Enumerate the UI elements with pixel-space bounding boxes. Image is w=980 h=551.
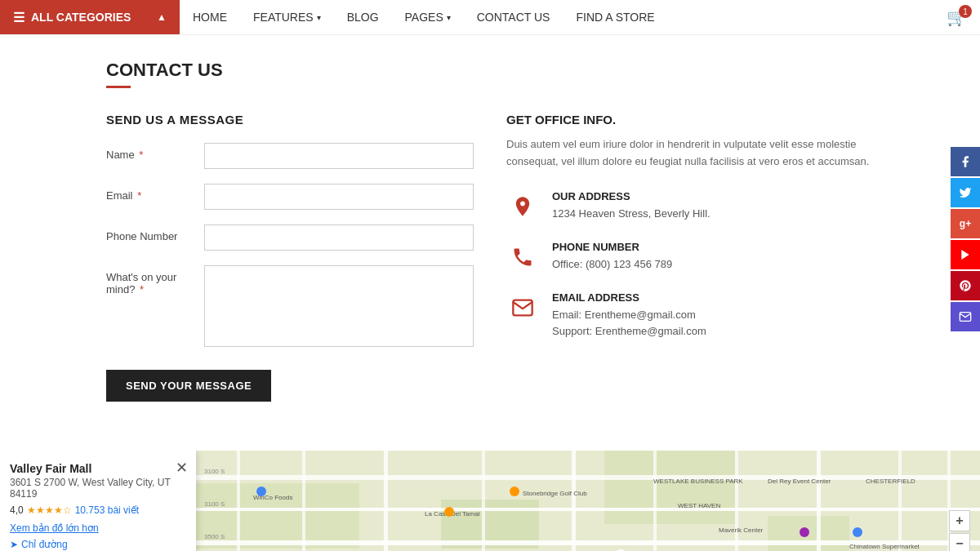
hamburger-icon: ☰ xyxy=(13,10,24,25)
map-panel-title: Valley Fair Mall xyxy=(10,462,186,475)
svg-text:WESTLAKE BUSINESS PARK: WESTLAKE BUSINESS PARK xyxy=(653,478,743,485)
phone-info-item: PHONE NUMBER Office: (800) 123 456 789 xyxy=(506,241,874,273)
page-title: CONTACT US xyxy=(106,60,874,81)
svg-point-40 xyxy=(444,507,454,517)
svg-text:CHESTERFIELD: CHESTERFIELD xyxy=(866,478,915,485)
name-label: Name * xyxy=(106,143,196,161)
navbar: ☰ ALL CATEGORIES ▲ HOME FEATURES ▾ BLOG … xyxy=(0,0,980,35)
address-icon xyxy=(506,190,539,223)
cart-area[interactable]: 🛒 1 xyxy=(933,0,980,34)
twitter-social-button[interactable] xyxy=(951,178,980,207)
svg-rect-12 xyxy=(302,451,305,551)
name-required-star: * xyxy=(139,149,143,161)
cart-badge: 1 xyxy=(959,5,972,18)
address-value: 1234 Heaven Stress, Beverly Hill. xyxy=(552,206,874,223)
googleplus-icon: g+ xyxy=(960,218,971,229)
zoom-out-button[interactable]: − xyxy=(949,533,970,551)
map-placeholder: Valley Fair Mall 3601 S 2700 W, West Val… xyxy=(0,451,980,551)
svg-point-39 xyxy=(256,487,266,496)
map-roads-svg: 3100 S 3100 S 3500 S 3500 S 4000 S Valle… xyxy=(196,451,980,551)
email-required-star: * xyxy=(137,189,141,202)
phone-text: PHONE NUMBER Office: (800) 123 456 789 xyxy=(552,241,874,273)
rating-value: 4,0 xyxy=(10,504,24,516)
svg-text:3500 S: 3500 S xyxy=(204,533,225,540)
svg-rect-19 xyxy=(898,451,902,551)
googleplus-social-button[interactable]: g+ xyxy=(951,209,980,238)
map-panel-close-button[interactable]: ✕ xyxy=(176,459,188,477)
directions-icon: ➤ xyxy=(10,539,18,550)
nav-blog[interactable]: BLOG xyxy=(334,0,392,34)
svg-point-43 xyxy=(800,527,809,537)
svg-rect-17 xyxy=(735,451,738,551)
address-label: OUR ADDRESS xyxy=(552,190,874,202)
svg-text:3100 S: 3100 S xyxy=(204,468,225,475)
map-zoom-controls: + − xyxy=(949,510,970,551)
name-form-group: Name * xyxy=(106,143,474,169)
email-label: Email * xyxy=(106,184,196,202)
svg-text:WEST HAVEN: WEST HAVEN xyxy=(678,502,720,509)
categories-label: ALL CATEGORIES xyxy=(31,11,131,24)
map-section: Valley Fair Mall 3601 S 2700 W, West Val… xyxy=(0,451,980,551)
map-panel-rating: 4,0 ★★★★☆ 10.753 bài viết xyxy=(10,504,186,516)
zoom-in-button[interactable]: + xyxy=(949,510,970,531)
phone-info-value: Office: (800) 123 456 789 xyxy=(552,256,874,273)
pinterest-social-button[interactable] xyxy=(951,271,980,300)
svg-text:Chinatown Supermarket: Chinatown Supermarket xyxy=(849,543,920,550)
svg-marker-0 xyxy=(961,250,969,260)
youtube-social-button[interactable] xyxy=(951,240,980,269)
phone-info-label: PHONE NUMBER xyxy=(552,241,874,253)
svg-text:Del Rey Event Center: Del Rey Event Center xyxy=(768,478,831,485)
message-form-group: What's on your mind? * xyxy=(106,265,474,347)
office-title: GET OFFICE INFO. xyxy=(506,113,874,127)
nav-home[interactable]: HOME xyxy=(180,0,240,34)
svg-rect-6 xyxy=(196,475,980,480)
office-description: Duis autem vel eum iriure dolor in hendr… xyxy=(506,136,874,171)
phone-form-group: Phone Number xyxy=(106,224,474,251)
view-larger-map-link[interactable]: Xem bản đồ lớn hơn xyxy=(10,522,99,534)
social-sidebar: g+ xyxy=(951,147,980,331)
right-col: GET OFFICE INFO. Duis autem vel eum iriu… xyxy=(506,113,874,402)
svg-rect-4 xyxy=(604,451,735,524)
phone-label: Phone Number xyxy=(106,224,196,242)
svg-text:Maverik Center: Maverik Center xyxy=(719,527,764,534)
svg-rect-14 xyxy=(482,451,485,551)
map-canvas[interactable]: 3100 S 3100 S 3500 S 3500 S 4000 S Valle… xyxy=(196,451,980,551)
title-underline xyxy=(106,86,131,88)
email-form-group: Email * xyxy=(106,184,474,210)
nav-contact-us[interactable]: CONTACT US xyxy=(464,0,564,34)
facebook-social-button[interactable] xyxy=(951,147,980,176)
email-text: EMAIL ADDRESS Email: Erentheme@gmail.com… xyxy=(552,291,874,341)
address-info-item: OUR ADDRESS 1234 Heaven Stress, Beverly … xyxy=(506,190,874,223)
left-col: SEND US A MESSAGE Name * Email * Phone N… xyxy=(106,113,474,402)
svg-rect-11 xyxy=(237,451,240,551)
svg-rect-15 xyxy=(572,451,576,551)
nav-features[interactable]: FEATURES ▾ xyxy=(240,0,334,34)
svg-text:3100 S: 3100 S xyxy=(204,500,225,508)
email-info-item: EMAIL ADDRESS Email: Erentheme@gmail.com… xyxy=(506,291,874,341)
review-count[interactable]: 10.753 bài viết xyxy=(75,504,139,516)
features-arrow-icon: ▾ xyxy=(317,13,321,22)
nav-find-store[interactable]: FIND A STORE xyxy=(563,0,667,34)
svg-rect-7 xyxy=(196,508,980,511)
name-input[interactable] xyxy=(204,143,474,169)
message-textarea[interactable] xyxy=(204,265,474,347)
phone-input[interactable] xyxy=(204,224,474,251)
message-required-star: * xyxy=(140,283,144,295)
directions-button[interactable]: ➤ Chỉ đường xyxy=(10,539,68,550)
email-info-value2: Support: Erentheme@gmail.com xyxy=(552,323,874,340)
email-input[interactable] xyxy=(204,184,474,210)
nav-links: HOME FEATURES ▾ BLOG PAGES ▾ CONTACT US … xyxy=(180,0,933,34)
map-panel: Valley Fair Mall 3601 S 2700 W, West Val… xyxy=(0,451,196,551)
svg-rect-18 xyxy=(817,451,821,551)
svg-point-44 xyxy=(853,527,862,537)
email-info-value1: Email: Erentheme@gmail.com xyxy=(552,307,874,324)
nav-pages[interactable]: PAGES ▾ xyxy=(392,0,464,34)
email-social-button[interactable] xyxy=(951,302,980,331)
categories-button[interactable]: ☰ ALL CATEGORIES ▲ xyxy=(0,0,180,34)
main-content: CONTACT US SEND US A MESSAGE Name * Emai… xyxy=(0,35,980,434)
address-text: OUR ADDRESS 1234 Heaven Stress, Beverly … xyxy=(552,190,874,223)
email-icon xyxy=(506,291,539,324)
submit-button[interactable]: SEND YOUR MESSAGE xyxy=(106,370,271,402)
svg-point-41 xyxy=(510,487,519,496)
phone-icon xyxy=(506,241,539,273)
